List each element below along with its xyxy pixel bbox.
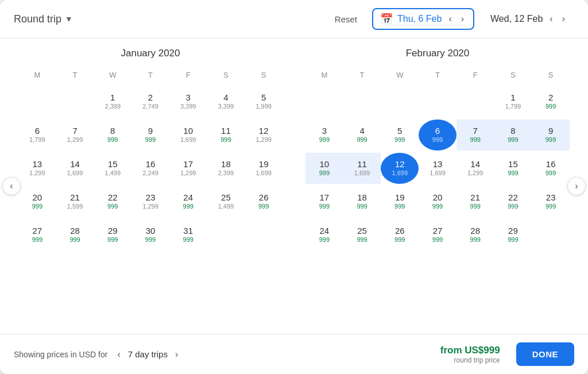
trip-next-button[interactable]: › <box>172 348 181 361</box>
day-cell[interactable]: 131,299 <box>18 153 56 184</box>
day-cell[interactable]: 22999 <box>494 186 532 217</box>
day-cell[interactable]: 29999 <box>94 219 131 250</box>
day-cell[interactable]: 121,699 <box>381 153 419 184</box>
day-number: 4 <box>223 92 228 103</box>
day-cell[interactable]: 71,299 <box>56 119 94 151</box>
trip-prev-button[interactable]: ‹ <box>114 348 123 361</box>
day-cell[interactable]: 18999 <box>343 186 381 217</box>
departure-date-selector[interactable]: 📅 Thu, 6 Feb ‹ › <box>372 8 474 30</box>
day-cell[interactable]: 51,999 <box>245 86 283 117</box>
day-cell[interactable]: 131,699 <box>419 153 457 184</box>
day-cell[interactable]: 22,749 <box>131 86 169 117</box>
day-cell[interactable]: 24999 <box>169 186 207 217</box>
day-cell[interactable]: 182,399 <box>207 153 245 184</box>
day-cell[interactable]: 211,599 <box>56 186 94 217</box>
day-cell[interactable]: 8999 <box>494 119 532 151</box>
day-price: 999 <box>508 169 518 177</box>
day-cell[interactable]: 28999 <box>56 219 94 250</box>
day-cell[interactable]: 27999 <box>419 219 457 250</box>
departure-next-button[interactable]: › <box>459 13 466 25</box>
day-cell[interactable]: 25999 <box>343 219 381 250</box>
return-next-button[interactable]: › <box>560 13 567 25</box>
day-cell[interactable]: 24999 <box>305 219 343 250</box>
day-cell[interactable]: 23999 <box>532 186 570 217</box>
day-cell[interactable]: 12,399 <box>94 86 131 117</box>
day-cell[interactable]: 61,799 <box>18 119 56 151</box>
day-cell[interactable]: 3999 <box>305 119 343 151</box>
return-date-selector[interactable]: Wed, 12 Feb ‹ › <box>483 9 574 29</box>
day-cell[interactable]: 31999 <box>169 219 207 250</box>
day-number: 18 <box>221 159 231 169</box>
calendar-icon: 📅 <box>380 13 393 25</box>
weekday-label: W <box>381 68 419 82</box>
day-number: 12 <box>395 159 405 169</box>
day-cell[interactable]: 30999 <box>131 219 169 250</box>
day-cell[interactable]: 111,699 <box>343 153 381 184</box>
reset-button[interactable]: Reset <box>329 11 363 28</box>
day-cell[interactable]: 16999 <box>532 153 570 184</box>
day-cell[interactable]: 9999 <box>532 119 570 151</box>
day-cell[interactable]: 191,699 <box>245 153 283 184</box>
day-cell[interactable]: 8999 <box>94 119 131 151</box>
day-number: 2 <box>148 92 153 103</box>
day-price: 1,699 <box>392 169 408 177</box>
departure-date-text: Thu, 6 Feb <box>397 14 442 24</box>
scroll-left-button[interactable]: ‹ <box>2 177 21 195</box>
day-cell[interactable]: 19999 <box>381 186 419 217</box>
day-cell[interactable]: 20999 <box>419 186 457 217</box>
day-number: 16 <box>146 159 156 169</box>
day-cell[interactable]: 231,299 <box>131 186 169 217</box>
day-cell[interactable]: 10999 <box>305 153 343 184</box>
day-number: 31 <box>183 226 193 236</box>
day-number: 25 <box>221 192 231 203</box>
day-price: 2,399 <box>218 169 234 177</box>
day-number: 16 <box>546 159 556 169</box>
day-price: 2,399 <box>105 103 121 110</box>
day-cell[interactable]: 27999 <box>18 219 56 250</box>
day-price: 1,299 <box>467 169 483 177</box>
day-cell[interactable]: 7999 <box>457 119 494 151</box>
return-prev-button[interactable]: ‹ <box>547 13 555 25</box>
day-cell[interactable]: 141,699 <box>56 153 94 184</box>
day-cell[interactable]: 22999 <box>94 186 131 217</box>
day-cell[interactable]: 9999 <box>131 119 169 151</box>
scroll-right-button[interactable]: › <box>567 177 586 195</box>
day-cell[interactable]: 251,499 <box>207 186 245 217</box>
day-cell[interactable]: 141,299 <box>457 153 494 184</box>
day-price: 1,699 <box>354 169 370 177</box>
departure-prev-button[interactable]: ‹ <box>446 13 454 25</box>
day-cell[interactable]: 6999 <box>419 119 457 151</box>
day-cell[interactable]: 28999 <box>457 219 494 250</box>
day-cell[interactable]: 171,299 <box>169 153 207 184</box>
day-cell[interactable]: 162,249 <box>131 153 169 184</box>
day-number: 22 <box>108 192 118 203</box>
day-cell[interactable]: 26999 <box>381 219 419 250</box>
day-cell[interactable]: 29999 <box>494 219 532 250</box>
day-number: 24 <box>320 226 330 236</box>
day-price: 999 <box>107 203 118 210</box>
day-cell[interactable]: 5999 <box>381 119 419 151</box>
day-cell[interactable]: 21999 <box>457 186 494 217</box>
empty-day <box>343 86 381 117</box>
day-cell[interactable]: 151,499 <box>94 153 131 184</box>
day-cell[interactable]: 26999 <box>245 186 283 217</box>
day-number: 3 <box>322 126 327 136</box>
day-cell[interactable]: 101,699 <box>169 119 207 151</box>
day-cell[interactable]: 43,399 <box>207 86 245 117</box>
showing-text: Showing prices in USD for <box>14 350 107 359</box>
day-cell[interactable]: 11999 <box>207 119 245 151</box>
round-trip-button[interactable]: Round trip ▼ <box>14 13 73 25</box>
day-cell[interactable]: 2999 <box>532 86 570 117</box>
done-button[interactable]: DONE <box>516 342 574 366</box>
day-cell[interactable]: 33,399 <box>169 86 207 117</box>
day-cell[interactable]: 121,299 <box>245 119 283 151</box>
day-number: 6 <box>435 126 440 136</box>
day-cell[interactable]: 17999 <box>305 186 343 217</box>
day-number: 23 <box>546 192 556 203</box>
day-cell[interactable]: 20999 <box>18 186 56 217</box>
empty-day <box>56 86 94 117</box>
day-number: 20 <box>33 192 42 203</box>
day-cell[interactable]: 4999 <box>343 119 381 151</box>
day-cell[interactable]: 11,799 <box>494 86 532 117</box>
day-cell[interactable]: 15999 <box>494 153 532 184</box>
